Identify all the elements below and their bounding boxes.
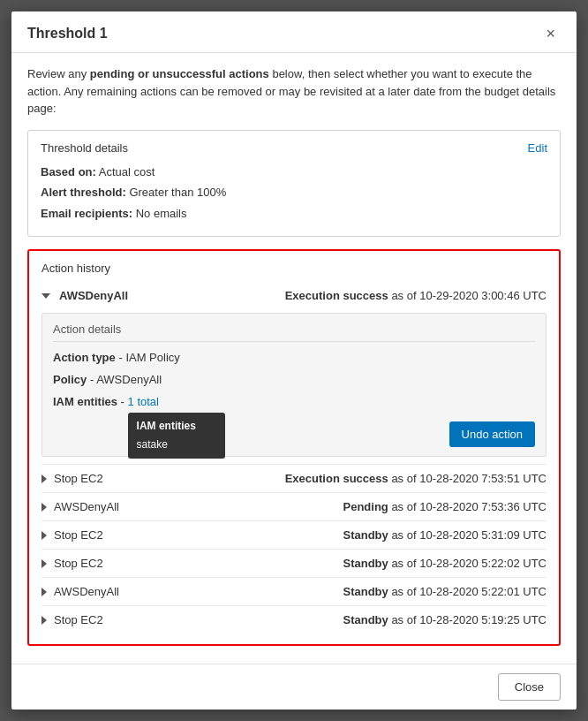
chevron-right-icon (41, 559, 47, 568)
iam-entities-label: IAM entities (53, 395, 117, 408)
action-list-name-text-0: Stop EC2 (54, 472, 103, 485)
expanded-action-name-text: AWSDenyAll (59, 289, 128, 302)
email-recipients-row: Email recipients: No emails (41, 205, 547, 223)
intro-text-before: Review any (27, 67, 90, 80)
action-list-name-text-4: AWSDenyAll (54, 585, 119, 598)
action-list-status-label-3: Standby (343, 557, 388, 570)
action-list-name-text-3: Stop EC2 (54, 557, 103, 570)
policy-row: Policy - AWSDenyAll (53, 371, 535, 390)
action-type-row: Action type - IAM Policy (53, 349, 535, 368)
other-actions-container: Stop EC2 Execution success as of 10-28-2… (41, 464, 547, 634)
chevron-right-icon (41, 588, 47, 596)
action-list-status-0: Execution success as of 10-28-2020 7:53:… (285, 472, 547, 485)
close-icon[interactable]: × (540, 24, 561, 43)
action-list-status-label-2: Standby (343, 528, 388, 542)
alert-threshold-value-text: Greater than 100% (129, 186, 226, 199)
email-recipients-label: Email recipients: (41, 207, 132, 220)
expanded-action-status-label: Execution success (285, 289, 388, 302)
action-list-row: Stop EC2 Standby as of 10-28-2020 5:19:2… (41, 605, 547, 634)
threshold-details-title: Threshold details (41, 141, 128, 155)
iam-entities-tooltip: IAM entities satake (128, 413, 225, 459)
iam-entities-tooltip-wrapper: 1 total IAM entities satake (128, 393, 159, 412)
action-list-status-label-1: Pending (343, 500, 388, 513)
intro-text-bold: pending or unsuccessful actions (90, 67, 269, 80)
chevron-right-icon (41, 503, 47, 512)
policy-label: Policy (53, 373, 87, 386)
based-on-value-text: Actual cost (99, 165, 155, 178)
action-list-row: Stop EC2 Standby as of 10-28-2020 5:31:0… (41, 520, 547, 549)
intro-text: Review any pending or unsuccessful actio… (27, 65, 561, 118)
modal-title: Threshold 1 (27, 26, 108, 42)
undo-action-button[interactable]: Undo action (449, 421, 535, 447)
action-list-name-0[interactable]: Stop EC2 (41, 472, 103, 485)
chevron-down-icon (41, 293, 50, 299)
expanded-action-row: AWSDenyAll Execution success as of 10-29… (41, 284, 547, 307)
action-history-box: Action history AWSDenyAll Execution succ… (27, 249, 561, 646)
expanded-action-name[interactable]: AWSDenyAll (41, 289, 128, 302)
modal-overlay: Threshold 1 × Review any pending or unsu… (0, 0, 588, 721)
action-details-panel: Action details Action type - IAM Policy … (41, 313, 547, 457)
threshold-details-box: Threshold details Edit Based on: Actual … (27, 130, 561, 238)
action-list-name-text-5: Stop EC2 (54, 613, 103, 626)
action-list-row: Stop EC2 Execution success as of 10-28-2… (41, 464, 547, 492)
based-on-label: Based on: (41, 165, 96, 178)
modal-header: Threshold 1 × (11, 11, 577, 53)
action-list-row: AWSDenyAll Pending as of 10-28-2020 7:53… (41, 492, 547, 520)
chevron-right-icon (41, 616, 47, 625)
edit-link[interactable]: Edit (528, 141, 547, 155)
action-type-label: Action type (53, 351, 116, 364)
action-list-status-2: Standby as of 10-28-2020 5:31:09 UTC (343, 528, 547, 542)
chevron-right-icon (41, 474, 47, 483)
modal-dialog: Threshold 1 × Review any pending or unsu… (11, 11, 577, 710)
modal-footer: Close (11, 664, 577, 710)
email-recipients-value-text: No emails (136, 207, 187, 220)
action-list-status-label-4: Standby (343, 585, 388, 598)
action-type-value: IAM Policy (125, 351, 179, 364)
close-footer-button[interactable]: Close (498, 673, 561, 701)
threshold-details-header: Threshold details Edit (41, 141, 547, 155)
chevron-right-icon (41, 531, 47, 540)
expanded-action-status: Execution success as of 10-29-2020 3:00:… (285, 289, 547, 302)
expanded-action-status-date-text: as of 10-29-2020 3:00:46 UTC (391, 289, 547, 302)
alert-threshold-row: Alert threshold: Greater than 100% (41, 184, 547, 201)
action-list-status-1: Pending as of 10-28-2020 7:53:36 UTC (343, 500, 547, 513)
action-list-row: Stop EC2 Standby as of 10-28-2020 5:22:0… (41, 549, 547, 577)
based-on-row: Based on: Actual cost (41, 163, 547, 181)
action-list-name-1[interactable]: AWSDenyAll (41, 500, 119, 513)
clearfix: Undo action (53, 414, 535, 447)
alert-threshold-label: Alert threshold: (41, 186, 126, 199)
iam-entities-link[interactable]: 1 total (128, 395, 159, 408)
action-list-name-2[interactable]: Stop EC2 (41, 528, 103, 542)
action-list-status-4: Standby as of 10-28-2020 5:22:01 UTC (343, 585, 547, 598)
tooltip-title: IAM entities (137, 418, 216, 435)
action-history-title: Action history (41, 262, 547, 275)
action-list-status-5: Standby as of 10-28-2020 5:19:25 UTC (343, 613, 547, 626)
iam-entities-row: IAM entities - 1 total IAM entities sata… (53, 393, 535, 412)
action-list-status-label-0: Execution success (285, 472, 388, 485)
action-list-name-text-1: AWSDenyAll (54, 500, 119, 513)
iam-entities-sep: - (121, 395, 128, 408)
action-list-name-5[interactable]: Stop EC2 (41, 613, 103, 626)
action-list-status-label-5: Standby (343, 613, 388, 626)
modal-body: Review any pending or unsuccessful actio… (11, 53, 577, 664)
action-list-row: AWSDenyAll Standby as of 10-28-2020 5:22… (41, 577, 547, 605)
action-list-status-3: Standby as of 10-28-2020 5:22:02 UTC (343, 557, 547, 570)
action-list-name-4[interactable]: AWSDenyAll (41, 585, 119, 598)
action-list-name-3[interactable]: Stop EC2 (41, 557, 103, 570)
action-details-header: Action details (53, 323, 535, 342)
tooltip-value: satake (137, 436, 216, 453)
policy-value: AWSDenyAll (96, 373, 162, 386)
action-list-name-text-2: Stop EC2 (54, 528, 103, 542)
